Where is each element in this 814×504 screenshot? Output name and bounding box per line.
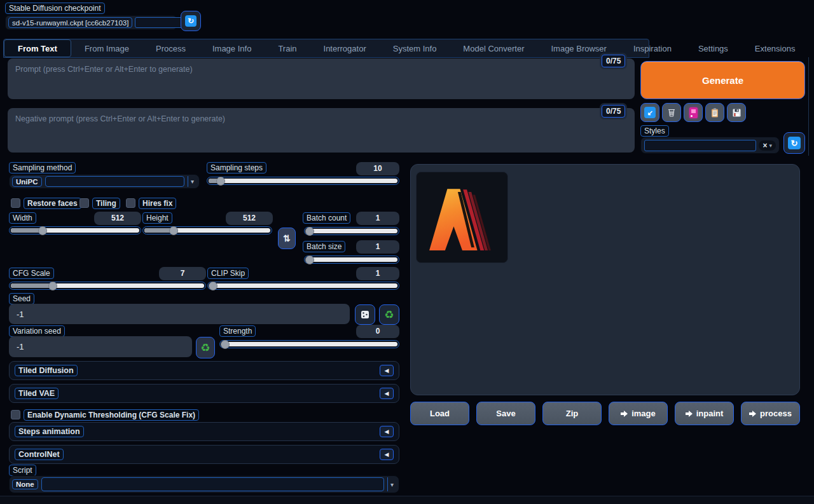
floppy-disk-icon	[732, 108, 742, 118]
sampling-method-input[interactable]	[45, 176, 184, 187]
cfg-scale-slider[interactable]	[9, 282, 206, 290]
batch-size-slider[interactable]	[304, 255, 399, 264]
negative-prompt-input[interactable]	[8, 108, 635, 153]
controlnet-accordion[interactable]: ControlNet ◀	[9, 445, 399, 464]
tiling-checkbox[interactable]	[79, 198, 89, 208]
height-value[interactable]: 512	[226, 212, 273, 225]
script-value[interactable]: None	[12, 479, 38, 489]
reuse-variation-seed-button[interactable]: ♻	[196, 337, 215, 358]
collapse-arrow-icon[interactable]: ◀	[380, 388, 394, 399]
extra-networks-button[interactable]	[684, 103, 703, 122]
clip-skip-label: CLIP Skip	[207, 268, 249, 279]
width-slider[interactable]	[9, 226, 141, 235]
checkpoint-label: Stable Diffusion checkpoint	[5, 3, 105, 14]
footer-bar	[0, 496, 814, 504]
strength-label: Strength	[219, 325, 256, 337]
tab-from-text[interactable]: From Text	[4, 39, 71, 57]
swap-dimensions-button[interactable]: ⇅	[278, 228, 296, 249]
tab-model-converter[interactable]: Model Converter	[450, 39, 537, 57]
batch-count-value[interactable]: 1	[356, 212, 399, 225]
clear-x-icon[interactable]: ×	[762, 141, 767, 150]
clear-prompt-button[interactable]	[662, 103, 681, 122]
arrow-right-icon	[621, 411, 628, 417]
generation-settings: Sampling method Sampling steps 10 UniPC …	[8, 161, 401, 498]
arrow-right-icon	[686, 411, 693, 417]
tab-image-info[interactable]: Image Info	[199, 39, 265, 57]
tab-interrogator[interactable]: Interrogator	[310, 39, 380, 57]
chevron-down-icon[interactable]: ▾	[387, 477, 396, 491]
random-seed-button[interactable]	[355, 304, 375, 325]
dynamic-thresholding-checkbox[interactable]	[11, 410, 20, 419]
refresh-styles-button[interactable]: ↻	[783, 132, 805, 154]
gallery-thumbnail[interactable]	[416, 172, 508, 263]
batch-count-slider[interactable]	[304, 227, 399, 235]
steps-animation-label: Steps animation	[15, 426, 84, 437]
refresh-icon: ↻	[185, 15, 197, 27]
tiled-vae-accordion[interactable]: Tiled VAE ◀	[9, 384, 399, 403]
width-value[interactable]: 512	[94, 212, 141, 225]
tiled-diffusion-accordion[interactable]: Tiled Diffusion ◀	[9, 361, 399, 380]
hires-fix-checkbox[interactable]	[126, 198, 135, 208]
seed-label: Seed	[9, 293, 34, 304]
steps-animation-accordion[interactable]: Steps animation ◀	[9, 422, 399, 441]
variation-seed-input[interactable]: -1	[9, 336, 192, 357]
checkpoint-dropdown[interactable]: sd-v15-runwayml.ckpt [cc6cb27103] ▾	[5, 15, 177, 30]
send-to-inpaint-button[interactable]: inpaint	[675, 402, 734, 425]
chevron-down-icon[interactable]: ▾	[188, 176, 197, 187]
dynamic-thresholding-label: Enable Dynamic Thresholding (CFG Scale F…	[24, 409, 199, 421]
save-button[interactable]: Save	[476, 402, 535, 425]
clip-skip-value[interactable]: 1	[356, 267, 399, 280]
checkpoint-value[interactable]: sd-v15-runwayml.ckpt [cc6cb27103]	[8, 17, 132, 28]
restore-faces-checkbox[interactable]	[11, 198, 20, 208]
controlnet-label: ControlNet	[15, 449, 64, 460]
height-slider[interactable]	[142, 226, 272, 235]
styles-clear-control[interactable]: × ▾	[759, 140, 776, 151]
refresh-icon: ↻	[788, 137, 801, 149]
tab-process[interactable]: Process	[142, 39, 199, 57]
main-tabbar: From Text From Image Process Image Info …	[3, 39, 649, 58]
chevron-down-icon[interactable]: ▾	[769, 142, 772, 149]
send-to-image-label: image	[631, 409, 656, 418]
prompt-input[interactable]	[8, 58, 635, 99]
sampling-steps-value[interactable]: 10	[356, 162, 399, 175]
batch-size-value[interactable]: 1	[356, 240, 399, 254]
apply-styles-button[interactable]	[705, 103, 724, 122]
tab-extensions[interactable]: Extensions	[742, 39, 809, 57]
styles-label: Styles	[640, 125, 669, 137]
zip-button[interactable]: Zip	[542, 402, 602, 425]
styles-dropdown[interactable]: × ▾	[640, 137, 780, 154]
refresh-checkpoint-button[interactable]: ↻	[181, 11, 201, 31]
save-style-button[interactable]	[727, 103, 746, 122]
tab-system-info[interactable]: System Info	[380, 39, 450, 57]
sampling-method-value[interactable]: UniPC	[12, 177, 42, 187]
paste-params-button[interactable]: ↙	[640, 103, 659, 122]
seed-input[interactable]: -1	[9, 304, 350, 324]
trash-icon	[666, 107, 677, 118]
output-gallery	[410, 164, 800, 395]
dice-icon	[360, 310, 370, 320]
reuse-seed-button[interactable]: ♻	[379, 304, 399, 325]
send-to-process-button[interactable]: process	[741, 402, 800, 425]
sampling-method-dropdown[interactable]: UniPC ▾	[9, 174, 200, 189]
clip-skip-slider[interactable]	[207, 282, 399, 290]
tab-inspiration[interactable]: Inspiration	[620, 39, 685, 57]
strength-value[interactable]: 0	[356, 325, 399, 338]
tab-settings[interactable]: Settings	[685, 39, 742, 57]
script-dropdown[interactable]: None ▾	[9, 475, 399, 493]
generated-image-logo	[425, 180, 500, 255]
collapse-arrow-icon[interactable]: ◀	[380, 449, 394, 460]
checkpoint-search-input[interactable]	[135, 17, 184, 28]
collapse-arrow-icon[interactable]: ◀	[380, 426, 394, 437]
collapse-arrow-icon[interactable]: ◀	[380, 365, 394, 376]
script-input[interactable]	[41, 477, 384, 491]
load-button[interactable]: Load	[410, 402, 469, 425]
sampling-steps-slider[interactable]	[207, 177, 399, 185]
tab-train[interactable]: Train	[265, 39, 310, 57]
tab-from-image[interactable]: From Image	[71, 39, 142, 57]
strength-slider[interactable]	[219, 340, 399, 348]
cfg-scale-value[interactable]: 7	[159, 267, 206, 280]
generate-button[interactable]: Generate	[640, 61, 805, 99]
send-to-image-button[interactable]: image	[609, 402, 668, 425]
styles-input[interactable]	[644, 140, 756, 151]
paste-arrow-icon: ↙	[644, 107, 656, 118]
